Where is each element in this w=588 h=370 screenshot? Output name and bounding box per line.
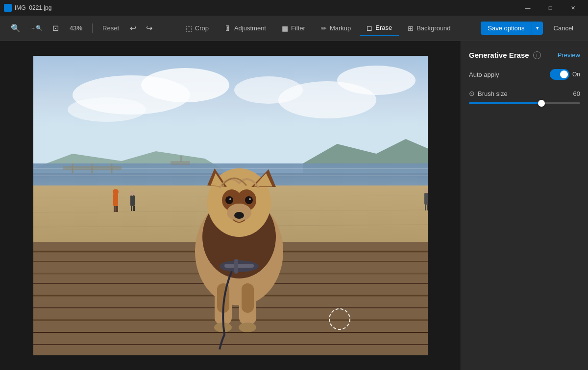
maximize-button[interactable]: □ [539, 0, 562, 16]
slider-container[interactable] [469, 102, 580, 109]
toolbar-right: Save options ▾ Cancel [481, 22, 580, 35]
svg-rect-67 [234, 259, 238, 274]
info-icon[interactable]: i [533, 51, 541, 59]
zoom-out-icon: 🔍 [11, 23, 21, 33]
tool-filter-label: Filter [291, 24, 305, 32]
save-options-group: Save options ▾ [481, 22, 542, 35]
title-bar-controls: — □ ✕ [516, 0, 584, 16]
zoom-in-button[interactable]: ＋🔍 [27, 23, 46, 34]
panel-title: Generative Erase [469, 51, 529, 59]
toolbar-center: ⬚ Crop 🎚 Adjustment ▦ Filter ✏ Markup ◻ … [159, 21, 477, 36]
tool-crop[interactable]: ⬚ Crop [179, 22, 216, 35]
svg-point-51 [225, 196, 233, 204]
svg-rect-17 [180, 156, 182, 162]
svg-rect-34 [114, 206, 116, 212]
app-icon [4, 4, 12, 12]
svg-point-4 [234, 76, 303, 104]
svg-point-33 [113, 189, 119, 195]
toggle-state-label: On [572, 71, 580, 78]
toolbar: 🔍 ＋🔍 ⊡ 43% Reset ↩ ↪ ⬚ Crop 🎚 Adjustment… [0, 16, 588, 41]
right-panel: Generative Erase i Preview Auto apply On… [461, 41, 588, 370]
tool-erase[interactable]: ◻ Erase [360, 21, 399, 36]
close-button[interactable]: ✕ [562, 0, 584, 16]
svg-point-53 [229, 198, 231, 200]
svg-rect-62 [242, 283, 254, 313]
redo-button[interactable]: ↪ [143, 22, 155, 35]
svg-point-64 [239, 323, 256, 332]
tool-adjustment[interactable]: 🎚 Adjustment [218, 22, 273, 35]
brush-icon: ⊙ [469, 90, 475, 97]
svg-point-52 [245, 196, 253, 204]
zoom-out-button[interactable]: 🔍 [8, 22, 24, 35]
tool-filter[interactable]: ▦ Filter [275, 22, 312, 35]
tool-erase-label: Erase [375, 24, 392, 31]
toggle-container: On [550, 69, 580, 80]
brush-size-label: Brush size [478, 90, 508, 97]
tool-crop-label: Crop [195, 24, 209, 32]
svg-rect-66 [224, 264, 254, 268]
svg-rect-39 [133, 206, 135, 211]
zoom-in-icon: ＋🔍 [30, 24, 43, 32]
tool-markup-label: Markup [330, 24, 351, 32]
save-options-dropdown-button[interactable]: ▾ [532, 22, 543, 35]
title-bar-filename: IMG_0221.jpg [15, 4, 51, 11]
photo-canvas [33, 56, 428, 355]
fit-button[interactable]: ⊡ [49, 22, 62, 35]
svg-rect-43 [427, 205, 428, 210]
toggle-knob [560, 70, 568, 78]
background-icon: ⊞ [408, 24, 414, 32]
main-content: Generative Erase i Preview Auto apply On… [0, 41, 588, 370]
zoom-level: 43% [66, 24, 86, 32]
svg-rect-40 [424, 193, 428, 205]
auto-apply-label: Auto apply [469, 71, 499, 78]
brush-size-row: ⊙ Brush size 60 [469, 90, 580, 109]
toolbar-left: 🔍 ＋🔍 ⊡ 43% Reset ↩ ↪ [8, 22, 155, 35]
cancel-button[interactable]: Cancel [547, 22, 580, 35]
title-bar: IMG_0221.jpg — □ ✕ [0, 0, 588, 16]
svg-point-54 [249, 198, 251, 200]
erase-icon: ◻ [367, 24, 372, 32]
save-options-button[interactable]: Save options [481, 22, 531, 35]
fit-icon: ⊡ [52, 23, 59, 33]
title-bar-left: IMG_0221.jpg [4, 4, 51, 12]
canvas-area[interactable] [0, 41, 461, 370]
panel-header: Generative Erase i Preview [469, 51, 580, 59]
preview-link[interactable]: Preview [558, 51, 580, 59]
svg-point-2 [141, 68, 229, 102]
brush-label-group: ⊙ Brush size [469, 90, 508, 97]
brush-size-value: 60 [573, 90, 580, 97]
reset-button[interactable]: Reset [98, 23, 123, 34]
tool-markup[interactable]: ✏ Markup [314, 22, 358, 35]
undo-button[interactable]: ↩ [127, 22, 139, 35]
crop-icon: ⬚ [186, 24, 192, 32]
minimize-button[interactable]: — [516, 0, 539, 16]
svg-rect-35 [116, 206, 118, 212]
svg-point-50 [234, 212, 244, 219]
filter-icon: ▦ [282, 24, 288, 32]
svg-rect-42 [425, 205, 426, 210]
tool-background-label: Background [416, 24, 450, 32]
toolbar-divider [92, 23, 93, 33]
brush-header: ⊙ Brush size 60 [469, 90, 580, 97]
markup-icon: ✏ [321, 24, 327, 32]
auto-apply-row: Auto apply On [469, 69, 580, 80]
adjustment-icon: 🎚 [224, 24, 231, 32]
tool-adjustment-label: Adjustment [234, 24, 266, 32]
svg-point-37 [130, 191, 135, 196]
svg-point-5 [337, 66, 416, 95]
svg-point-6 [68, 97, 146, 122]
image-container [33, 56, 428, 355]
svg-rect-36 [130, 195, 135, 206]
svg-rect-32 [113, 194, 118, 206]
undo-icon: ↩ [130, 23, 136, 33]
svg-rect-38 [131, 206, 132, 211]
redo-icon: ↪ [146, 23, 152, 33]
auto-apply-toggle[interactable] [550, 69, 569, 80]
tool-background[interactable]: ⊞ Background [401, 22, 457, 35]
